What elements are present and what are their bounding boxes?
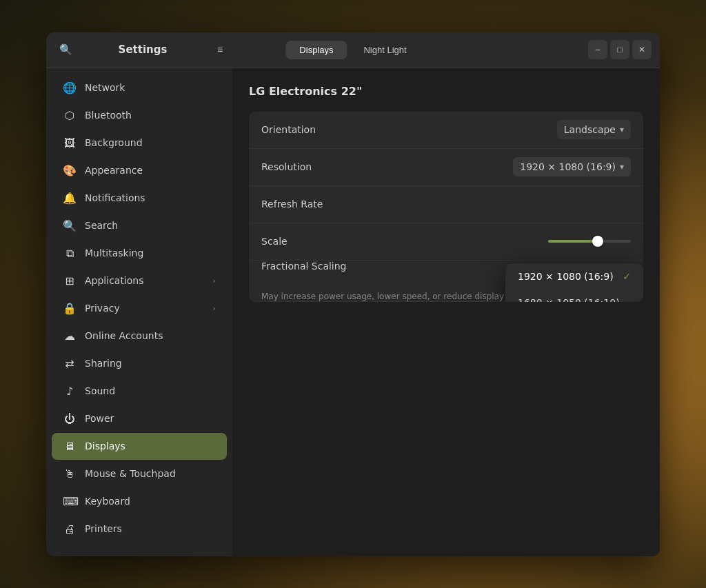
sidebar-item-online-accounts[interactable]: ☁ Online Accounts: [52, 323, 227, 349]
sidebar-item-notifications[interactable]: 🔔 Notifications: [52, 185, 227, 212]
sidebar-label-sharing: Sharing: [85, 358, 216, 369]
sidebar-label-notifications: Notifications: [85, 192, 216, 203]
sidebar-label-printers: Printers: [85, 523, 216, 534]
privacy-icon: 🔒: [63, 302, 77, 315]
minimize-button[interactable]: –: [588, 40, 607, 59]
orientation-dropdown[interactable]: Landscape ▾: [557, 120, 631, 139]
refresh-rate-label: Refresh Rate: [261, 199, 631, 210]
appearance-icon: 🎨: [63, 164, 77, 177]
orientation-chevron-icon: ▾: [620, 125, 624, 134]
orientation-value: Landscape: [564, 124, 616, 135]
settings-panel: Orientation Landscape ▾ Resolution 1920 …: [249, 112, 643, 302]
sidebar-item-search[interactable]: 🔍 Search: [52, 212, 227, 239]
sidebar: 🌐 Network ⬡ Bluetooth 🖼 Background 🎨 App…: [46, 68, 232, 556]
bluetooth-icon: ⬡: [63, 109, 77, 122]
sidebar-label-sound: Sound: [85, 385, 216, 396]
search-nav-icon: 🔍: [63, 219, 77, 232]
sidebar-item-printers[interactable]: 🖨 Printers: [52, 516, 227, 543]
orientation-row: Orientation Landscape ▾: [249, 112, 643, 149]
close-button[interactable]: ✕: [632, 40, 652, 59]
tab-night-light[interactable]: Night Light: [350, 41, 420, 59]
sidebar-item-background[interactable]: 🖼 Background: [52, 130, 227, 156]
sidebar-item-multitasking[interactable]: ⧉ Multitasking: [52, 240, 227, 267]
search-button[interactable]: 🔍: [54, 39, 77, 61]
search-icon: 🔍: [59, 43, 72, 56]
applications-icon: ⊞: [63, 274, 77, 287]
sidebar-item-appearance[interactable]: 🎨 Appearance: [52, 157, 227, 184]
scale-slider-track[interactable]: [548, 240, 631, 243]
sidebar-item-sound[interactable]: ♪ Sound: [52, 378, 227, 405]
orientation-label: Orientation: [261, 124, 557, 135]
scale-slider-container: [548, 240, 631, 243]
background-icon: 🖼: [63, 136, 77, 150]
sidebar-label-displays: Displays: [85, 440, 216, 452]
hamburger-button[interactable]: ≡: [209, 39, 231, 61]
sidebar-item-displays[interactable]: 🖥 Displays: [52, 433, 227, 460]
sidebar-item-applications[interactable]: ⊞ Applications ›: [52, 267, 227, 294]
resolution-option-label-1: 1680 × 1050 (16:10): [518, 297, 620, 302]
scale-slider-thumb[interactable]: [592, 236, 603, 247]
sidebar-label-keyboard: Keyboard: [85, 496, 216, 507]
sidebar-label-mouse-touchpad: Mouse & Touchpad: [85, 468, 216, 479]
sidebar-item-network[interactable]: 🌐 Network: [52, 74, 227, 101]
keyboard-icon: ⌨: [63, 495, 77, 508]
titlebar-left: 🔍 Settings ≡: [46, 39, 239, 61]
sidebar-label-appearance: Appearance: [85, 165, 216, 176]
sharing-icon: ⇄: [63, 357, 77, 370]
network-icon: 🌐: [63, 81, 77, 94]
main-content: LG Electronics 22" Orientation Landscape…: [232, 68, 660, 556]
resolution-option-0[interactable]: 1920 × 1080 (16:9) ✓: [505, 263, 643, 290]
resolution-chevron-icon: ▾: [620, 162, 624, 172]
sidebar-label-multitasking: Multitasking: [85, 247, 216, 258]
sidebar-label-privacy: Privacy: [85, 303, 205, 314]
scale-row: Scale: [249, 223, 643, 261]
fractional-scaling-label: Fractional Scaling: [261, 261, 347, 289]
resolution-option-label-0: 1920 × 1080 (16:9): [518, 271, 614, 282]
window-controls: – □ ✕: [588, 40, 660, 59]
privacy-arrow-icon: ›: [213, 304, 216, 313]
sidebar-label-bluetooth: Bluetooth: [85, 110, 216, 121]
power-icon: ⏻: [63, 412, 77, 425]
sidebar-label-search: Search: [85, 220, 216, 231]
maximize-button[interactable]: □: [610, 40, 629, 59]
notifications-icon: 🔔: [63, 192, 77, 205]
sidebar-label-online-accounts: Online Accounts: [85, 330, 216, 341]
scale-slider-fill: [548, 240, 598, 243]
multitasking-icon: ⧉: [63, 247, 77, 260]
resolution-dropdown[interactable]: 1920 × 1080 (16:9) ▾: [513, 157, 631, 176]
printers-icon: 🖨: [63, 523, 77, 536]
checkmark-icon-0: ✓: [623, 271, 631, 282]
sidebar-item-privacy[interactable]: 🔒 Privacy ›: [52, 295, 227, 322]
scale-label: Scale: [261, 236, 548, 247]
mouse-touchpad-icon: 🖱: [63, 467, 77, 480]
window-body: 🌐 Network ⬡ Bluetooth 🖼 Background 🎨 App…: [46, 68, 660, 556]
sidebar-item-mouse-touchpad[interactable]: 🖱 Mouse & Touchpad: [52, 460, 227, 487]
displays-icon: 🖥: [63, 440, 77, 453]
resolution-label: Resolution: [261, 161, 513, 172]
resolution-row: Resolution 1920 × 1080 (16:9) ▾: [249, 149, 643, 186]
resolution-option-1[interactable]: 1680 × 1050 (16:10): [505, 290, 643, 302]
hamburger-icon: ≡: [217, 44, 223, 55]
sidebar-item-sharing[interactable]: ⇄ Sharing: [52, 350, 227, 377]
resolution-value: 1920 × 1080 (16:9): [520, 161, 616, 172]
window-title: Settings: [82, 43, 203, 56]
sidebar-label-power: Power: [85, 413, 216, 424]
sidebar-label-applications: Applications: [85, 275, 205, 286]
sidebar-label-background: Background: [85, 137, 216, 148]
applications-arrow-icon: ›: [213, 276, 216, 285]
monitor-title: LG Electronics 22": [249, 85, 643, 98]
tab-displays[interactable]: Displays: [285, 41, 347, 59]
sidebar-label-network: Network: [85, 82, 216, 93]
sidebar-item-bluetooth[interactable]: ⬡ Bluetooth: [52, 102, 227, 129]
tab-bar: Displays Night Light: [285, 41, 420, 59]
online-accounts-icon: ☁: [63, 330, 77, 343]
titlebar: 🔍 Settings ≡ Displays Night Light – □ ✕: [46, 32, 660, 68]
sound-icon: ♪: [63, 385, 77, 398]
resolution-dropdown-menu: 1920 × 1080 (16:9) ✓ 1680 × 1050 (16:10)…: [505, 263, 643, 302]
settings-window: 🔍 Settings ≡ Displays Night Light – □ ✕ …: [46, 32, 660, 556]
sidebar-item-power[interactable]: ⏻ Power: [52, 405, 227, 432]
refresh-rate-row: Refresh Rate: [249, 186, 643, 223]
sidebar-item-keyboard[interactable]: ⌨ Keyboard: [52, 488, 227, 515]
